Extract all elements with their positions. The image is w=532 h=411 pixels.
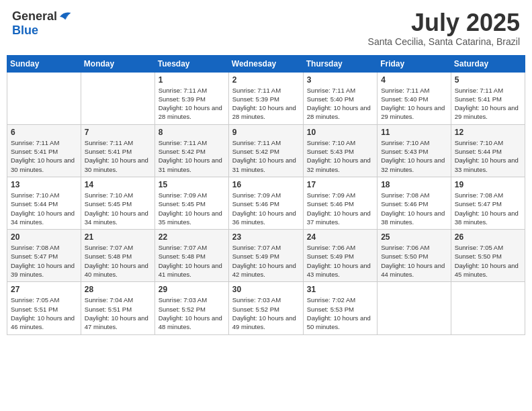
day-number: 30	[232, 285, 300, 294]
day-number: 19	[455, 180, 521, 189]
day-number: 18	[381, 180, 447, 189]
logo-general-text: General	[12, 9, 57, 24]
calendar-cell: 9Sunrise: 7:11 AM Sunset: 5:42 PM Daylig…	[228, 124, 303, 177]
day-number: 22	[159, 232, 225, 242]
calendar-week-row: 1Sunrise: 7:11 AM Sunset: 5:39 PM Daylig…	[7, 72, 525, 124]
day-info: Sunrise: 7:02 AM Sunset: 5:53 PM Dayligh…	[307, 295, 373, 331]
calendar-cell: 22Sunrise: 7:07 AM Sunset: 5:48 PM Dayli…	[154, 230, 228, 282]
weekday-header-thursday: Thursday	[303, 55, 377, 72]
day-info: Sunrise: 7:11 AM Sunset: 5:42 PM Dayligh…	[232, 138, 300, 174]
weekday-header-tuesday: Tuesday	[154, 55, 228, 72]
day-number: 21	[85, 232, 151, 242]
day-number: 16	[232, 180, 300, 189]
calendar-cell: 20Sunrise: 7:08 AM Sunset: 5:47 PM Dayli…	[7, 230, 81, 282]
day-number: 6	[11, 128, 77, 137]
calendar-cell: 25Sunrise: 7:06 AM Sunset: 5:50 PM Dayli…	[378, 230, 451, 282]
day-number: 26	[455, 232, 521, 242]
calendar-cell: 10Sunrise: 7:10 AM Sunset: 5:43 PM Dayli…	[303, 124, 377, 177]
day-number: 25	[381, 232, 447, 242]
calendar-week-row: 27Sunrise: 7:05 AM Sunset: 5:51 PM Dayli…	[7, 282, 525, 334]
calendar-cell: 7Sunrise: 7:11 AM Sunset: 5:41 PM Daylig…	[81, 124, 154, 177]
day-info: Sunrise: 7:11 AM Sunset: 5:40 PM Dayligh…	[307, 86, 373, 122]
day-info: Sunrise: 7:08 AM Sunset: 5:47 PM Dayligh…	[11, 243, 77, 279]
calendar-cell: 21Sunrise: 7:07 AM Sunset: 5:48 PM Dayli…	[81, 230, 154, 282]
calendar-cell: 4Sunrise: 7:11 AM Sunset: 5:40 PM Daylig…	[378, 72, 451, 124]
logo-bird-icon	[58, 10, 72, 24]
day-number: 17	[307, 180, 373, 189]
day-info: Sunrise: 7:11 AM Sunset: 5:42 PM Dayligh…	[159, 138, 225, 174]
day-number: 12	[455, 128, 521, 137]
calendar-cell: 24Sunrise: 7:06 AM Sunset: 5:49 PM Dayli…	[303, 230, 377, 282]
day-number: 14	[85, 180, 151, 189]
calendar-cell: 11Sunrise: 7:10 AM Sunset: 5:43 PM Dayli…	[378, 124, 451, 177]
day-info: Sunrise: 7:10 AM Sunset: 5:45 PM Dayligh…	[85, 191, 151, 226]
day-info: Sunrise: 7:05 AM Sunset: 5:51 PM Dayligh…	[11, 295, 77, 331]
calendar-week-row: 20Sunrise: 7:08 AM Sunset: 5:47 PM Dayli…	[7, 230, 525, 282]
weekday-header-sunday: Sunday	[7, 55, 81, 72]
day-number: 1	[159, 75, 225, 85]
calendar-cell: 26Sunrise: 7:05 AM Sunset: 5:50 PM Dayli…	[451, 230, 525, 282]
day-number: 15	[159, 180, 225, 189]
day-info: Sunrise: 7:06 AM Sunset: 5:50 PM Dayligh…	[381, 243, 447, 279]
day-number: 29	[159, 285, 225, 294]
calendar-cell: 30Sunrise: 7:03 AM Sunset: 5:52 PM Dayli…	[228, 282, 303, 334]
calendar-cell: 6Sunrise: 7:11 AM Sunset: 5:41 PM Daylig…	[7, 124, 81, 177]
day-info: Sunrise: 7:11 AM Sunset: 5:39 PM Dayligh…	[159, 86, 225, 122]
calendar-cell	[378, 282, 451, 334]
day-info: Sunrise: 7:11 AM Sunset: 5:41 PM Dayligh…	[11, 138, 77, 174]
calendar-cell: 29Sunrise: 7:03 AM Sunset: 5:52 PM Dayli…	[154, 282, 228, 334]
day-info: Sunrise: 7:10 AM Sunset: 5:44 PM Dayligh…	[11, 191, 77, 226]
calendar-cell: 16Sunrise: 7:09 AM Sunset: 5:46 PM Dayli…	[228, 177, 303, 229]
calendar-cell	[451, 282, 525, 334]
day-number: 7	[85, 128, 151, 137]
day-info: Sunrise: 7:05 AM Sunset: 5:50 PM Dayligh…	[455, 243, 521, 279]
day-info: Sunrise: 7:11 AM Sunset: 5:41 PM Dayligh…	[85, 138, 151, 174]
calendar-table: SundayMondayTuesdayWednesdayThursdayFrid…	[7, 55, 525, 335]
day-info: Sunrise: 7:08 AM Sunset: 5:47 PM Dayligh…	[455, 191, 521, 226]
day-info: Sunrise: 7:10 AM Sunset: 5:43 PM Dayligh…	[381, 138, 447, 174]
day-number: 5	[455, 75, 521, 85]
day-number: 28	[85, 285, 151, 294]
day-info: Sunrise: 7:07 AM Sunset: 5:48 PM Dayligh…	[159, 243, 225, 279]
day-number: 24	[307, 232, 373, 242]
day-info: Sunrise: 7:09 AM Sunset: 5:46 PM Dayligh…	[232, 191, 300, 226]
calendar-week-row: 6Sunrise: 7:11 AM Sunset: 5:41 PM Daylig…	[7, 124, 525, 177]
page-header: General Blue July 2025 Santa Cecilia, Sa…	[7, 7, 525, 50]
day-number: 8	[159, 128, 225, 137]
calendar-cell: 5Sunrise: 7:11 AM Sunset: 5:41 PM Daylig…	[451, 72, 525, 124]
calendar-cell: 17Sunrise: 7:09 AM Sunset: 5:46 PM Dayli…	[303, 177, 377, 229]
day-number: 9	[232, 128, 300, 137]
day-number: 31	[307, 285, 373, 294]
calendar-cell: 28Sunrise: 7:04 AM Sunset: 5:51 PM Dayli…	[81, 282, 154, 334]
day-number: 27	[11, 285, 77, 294]
calendar-cell: 1Sunrise: 7:11 AM Sunset: 5:39 PM Daylig…	[154, 72, 228, 124]
calendar-cell: 19Sunrise: 7:08 AM Sunset: 5:47 PM Dayli…	[451, 177, 525, 229]
calendar-cell	[81, 72, 154, 124]
weekday-header-wednesday: Wednesday	[228, 55, 303, 72]
calendar-header-row: SundayMondayTuesdayWednesdayThursdayFrid…	[7, 55, 525, 72]
day-number: 20	[11, 232, 77, 242]
day-number: 23	[232, 232, 300, 242]
day-info: Sunrise: 7:11 AM Sunset: 5:39 PM Dayligh…	[232, 86, 300, 122]
day-number: 10	[307, 128, 373, 137]
day-info: Sunrise: 7:08 AM Sunset: 5:46 PM Dayligh…	[381, 191, 447, 226]
day-info: Sunrise: 7:11 AM Sunset: 5:41 PM Dayligh…	[455, 86, 521, 122]
day-number: 3	[307, 75, 373, 85]
calendar-cell: 3Sunrise: 7:11 AM Sunset: 5:40 PM Daylig…	[303, 72, 377, 124]
calendar-cell: 2Sunrise: 7:11 AM Sunset: 5:39 PM Daylig…	[228, 72, 303, 124]
calendar-cell: 14Sunrise: 7:10 AM Sunset: 5:45 PM Dayli…	[81, 177, 154, 229]
day-number: 11	[381, 128, 447, 137]
calendar-cell: 27Sunrise: 7:05 AM Sunset: 5:51 PM Dayli…	[7, 282, 81, 334]
calendar-cell: 13Sunrise: 7:10 AM Sunset: 5:44 PM Dayli…	[7, 177, 81, 229]
calendar-cell: 15Sunrise: 7:09 AM Sunset: 5:45 PM Dayli…	[154, 177, 228, 229]
calendar-cell: 31Sunrise: 7:02 AM Sunset: 5:53 PM Dayli…	[303, 282, 377, 334]
day-info: Sunrise: 7:09 AM Sunset: 5:46 PM Dayligh…	[307, 191, 373, 226]
day-info: Sunrise: 7:07 AM Sunset: 5:49 PM Dayligh…	[232, 243, 300, 279]
logo-blue-text: Blue	[12, 24, 38, 38]
day-info: Sunrise: 7:11 AM Sunset: 5:40 PM Dayligh…	[381, 86, 447, 122]
location-subtitle: Santa Cecilia, Santa Catarina, Brazil	[368, 36, 520, 47]
weekday-header-monday: Monday	[81, 55, 154, 72]
day-info: Sunrise: 7:03 AM Sunset: 5:52 PM Dayligh…	[159, 295, 225, 331]
day-info: Sunrise: 7:09 AM Sunset: 5:45 PM Dayligh…	[159, 191, 225, 226]
calendar-cell: 8Sunrise: 7:11 AM Sunset: 5:42 PM Daylig…	[154, 124, 228, 177]
